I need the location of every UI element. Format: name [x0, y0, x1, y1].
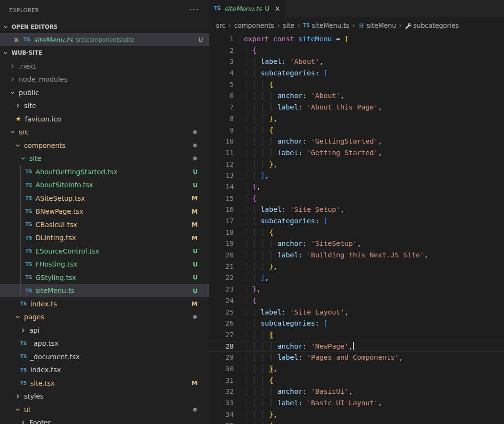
tree-item-cbasicui-tsx[interactable]: TSCBasicUI.tsxM	[0, 218, 209, 231]
tree-item-public[interactable]: public	[0, 86, 209, 99]
tree-item-document-tsx[interactable]: TS_document.tsx	[0, 350, 209, 363]
code-line-20[interactable]: 20│ │ │ │ label: 'Building this Next.JS …	[209, 250, 504, 261]
code-line-16[interactable]: 16│ │ label: 'Site Setup',	[209, 204, 504, 216]
code-line-35[interactable]: 35│ │ │ {	[209, 420, 504, 424]
code-line-18[interactable]: 18│ │ │ {	[209, 227, 504, 239]
line-number[interactable]: 21	[209, 261, 234, 273]
tree-item-site[interactable]: site	[0, 99, 209, 113]
open-editor-item-sitemenu-ts[interactable]: ×TSsiteMenu.tssrc\components\siteU	[0, 33, 209, 46]
code-line-5[interactable]: 5│ │ │ {	[209, 79, 504, 91]
code-line-25[interactable]: 25│ │ label: 'Site Layout',	[209, 307, 504, 318]
line-number[interactable]: 3	[209, 56, 234, 68]
tree-item-pages[interactable]: pages	[0, 311, 209, 324]
code-line-23[interactable]: 23│ },	[209, 284, 504, 295]
code-line-15[interactable]: 15│ {	[209, 193, 504, 205]
line-number[interactable]: 13	[209, 170, 234, 182]
code-line-12[interactable]: 12│ │ │ },	[209, 159, 504, 170]
tree-item-asitesetup-tsx[interactable]: TSASiteSetup.tsxM	[0, 192, 209, 205]
code-line-22[interactable]: 22│ │ ],	[209, 272, 504, 284]
line-number[interactable]: 31	[209, 375, 234, 387]
breadcrumb-item-sitemenu[interactable]: siteMenu	[358, 22, 396, 29]
tree-item-src[interactable]: src	[0, 126, 209, 139]
line-number[interactable]: 7	[209, 102, 234, 113]
line-number[interactable]: 10	[209, 136, 234, 147]
line-number[interactable]: 8	[209, 113, 234, 125]
code-line-19[interactable]: 19│ │ │ │ anchor: 'SiteSetup',	[209, 238, 504, 250]
code-line-24[interactable]: 24│ {	[209, 295, 504, 307]
breadcrumb-item-src[interactable]: src	[216, 22, 226, 29]
line-number[interactable]: 9	[209, 125, 234, 136]
tree-item-ui[interactable]: ui	[0, 403, 209, 416]
line-number[interactable]: 18	[209, 227, 234, 239]
code-line-34[interactable]: 34│ │ │ },	[209, 409, 504, 421]
tree-item-aboutsiteinfo-tsx[interactable]: TSAboutSiteInfo.tsxU	[0, 179, 209, 192]
code-line-9[interactable]: 9│ │ │ {	[209, 125, 504, 136]
line-number[interactable]: 30	[209, 363, 234, 375]
line-number[interactable]: 12	[209, 159, 234, 170]
line-number[interactable]: 17	[209, 216, 234, 227]
line-number[interactable]: 20	[209, 250, 234, 261]
tree-item-components[interactable]: components	[0, 139, 209, 152]
line-number[interactable]: 19	[209, 238, 234, 250]
tree-item-next[interactable]: .next	[0, 60, 209, 73]
line-number[interactable]: 5	[209, 79, 234, 91]
code-line-33[interactable]: 33│ │ │ │ label: 'Basic UI Layout',	[209, 398, 504, 409]
tree-item-esourcecontrol-tsx[interactable]: TSESourceControl.tsxU	[0, 244, 209, 258]
line-number[interactable]: 28	[209, 341, 234, 352]
line-number[interactable]: 16	[209, 204, 234, 216]
code-line-10[interactable]: 10│ │ │ │ anchor: 'GettingStarted',	[209, 136, 504, 147]
line-number[interactable]: 27	[209, 329, 234, 341]
tree-item-app-tsx[interactable]: TS_app.tsx	[0, 337, 209, 351]
breadcrumb-item-components[interactable]: components	[234, 22, 274, 29]
tree-item-site[interactable]: site	[0, 152, 209, 166]
tree-item-styles[interactable]: styles	[0, 390, 209, 403]
line-number[interactable]: 29	[209, 352, 234, 363]
code-line-21[interactable]: 21│ │ │ },	[209, 261, 504, 273]
line-number[interactable]: 1	[209, 34, 234, 45]
tree-item-aboutgettingstarted-tsx[interactable]: TSAboutGettingStarted.tsxU	[0, 165, 209, 179]
tree-item-api[interactable]: api	[0, 324, 209, 337]
code-line-7[interactable]: 7│ │ │ │ label: 'About this Page',	[209, 102, 504, 113]
line-number[interactable]: 24	[209, 295, 234, 307]
more-actions-icon[interactable]: ···	[189, 8, 199, 12]
tree-item-favicon-ico[interactable]: ★favicon.ico	[0, 112, 209, 126]
line-number[interactable]: 32	[209, 386, 234, 398]
code-line-1[interactable]: 1export const siteMenu = [	[209, 34, 504, 45]
code-line-13[interactable]: 13│ │ ],	[209, 170, 504, 182]
tree-item-node-modules[interactable]: node_modules	[0, 73, 209, 86]
code-line-31[interactable]: 31│ │ │ {	[209, 375, 504, 387]
tree-item-gstyling-tsx[interactable]: TSGStyling.tsxU	[0, 271, 209, 284]
breadcrumb-item-subcategories[interactable]: subcategories	[405, 22, 459, 29]
code-line-28[interactable]: 28│ │ │ │ anchor: 'NewPage',	[209, 341, 504, 352]
breadcrumb-item-site[interactable]: site	[283, 22, 294, 29]
code-editor[interactable]: 1export const siteMenu = [2│ {3│ │ label…	[209, 34, 504, 424]
line-number[interactable]: 4	[209, 68, 234, 79]
code-line-29[interactable]: 29│ │ │ │ label: 'Pages and Components',	[209, 352, 504, 363]
tree-item-footer[interactable]: Footer	[0, 416, 209, 424]
code-line-2[interactable]: 2│ {	[209, 45, 504, 57]
code-line-6[interactable]: 6│ │ │ │ anchor: 'About',	[209, 90, 504, 102]
code-line-30[interactable]: 30│ │ │ },	[209, 363, 504, 375]
code-line-17[interactable]: 17│ │ subcategories: [	[209, 216, 504, 227]
tab-sitemenu-ts[interactable]: TS siteMenu.ts U ×	[209, 0, 286, 17]
tree-item-site-tsx[interactable]: TSsite.tsxM	[0, 376, 209, 390]
line-number[interactable]: 2	[209, 45, 234, 57]
tree-item-sitemenu-ts[interactable]: TSsiteMenu.tsU	[0, 284, 209, 298]
open-editors-header[interactable]: OPEN EDITORS	[0, 20, 209, 33]
close-icon[interactable]: ×	[275, 4, 281, 13]
workspace-header[interactable]: WUB-SITE	[0, 46, 209, 60]
line-number[interactable]: 15	[209, 193, 234, 205]
line-number[interactable]: 34	[209, 409, 234, 421]
code-line-4[interactable]: 4│ │ subcategories: [	[209, 68, 504, 79]
code-line-32[interactable]: 32│ │ │ │ anchor: 'BasicUi',	[209, 386, 504, 398]
line-number[interactable]: 14	[209, 182, 234, 193]
close-icon[interactable]: ×	[12, 36, 20, 44]
tree-item-bnewpage-tsx[interactable]: TSBNewPage.tsxM	[0, 205, 209, 218]
line-number[interactable]: 25	[209, 307, 234, 318]
line-number[interactable]: 22	[209, 272, 234, 284]
code-line-11[interactable]: 11│ │ │ │ label: 'Getting Started',	[209, 147, 504, 159]
code-line-26[interactable]: 26│ │ subcategories: [	[209, 318, 504, 329]
code-line-14[interactable]: 14│ },	[209, 182, 504, 193]
code-line-3[interactable]: 3│ │ label: 'About',	[209, 56, 504, 68]
line-number[interactable]: 26	[209, 318, 234, 329]
